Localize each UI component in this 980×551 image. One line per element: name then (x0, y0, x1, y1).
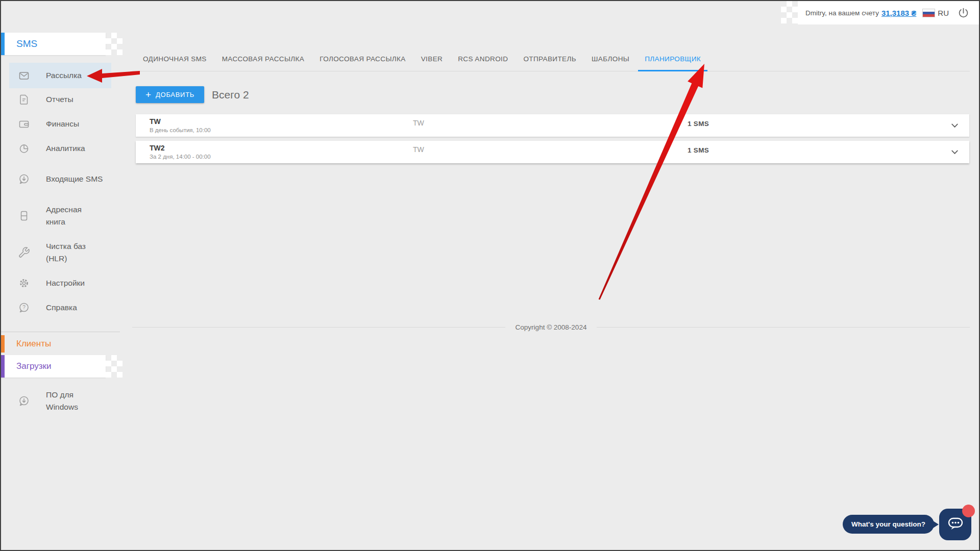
campaign-volume: 1 SMS (688, 146, 709, 154)
sidebar-item-label: Настройки (46, 277, 85, 289)
section-accent-bar (1, 355, 5, 378)
gear-icon (18, 277, 30, 289)
sidebar-item-otchety[interactable]: Отчеты (9, 87, 111, 112)
inbox-bubble-icon (18, 173, 30, 185)
help-bubble-icon: ? (18, 302, 30, 314)
sidebar-item-vhodyashchie-sms[interactable]: Входящие SMS (9, 167, 111, 191)
logout-button[interactable] (957, 7, 970, 19)
download-bubble-icon (18, 395, 30, 407)
tab-massovaya-rassylka[interactable]: МАССОВАЯ РАССЫЛКА (214, 47, 312, 71)
campaign-title: TW2 (150, 144, 211, 152)
campaign-schedule: В день события, 10:00 (150, 127, 211, 133)
tab-shablony[interactable]: ШАБЛОНЫ (584, 47, 637, 71)
plus-icon: + (145, 90, 151, 99)
sidebar-item-label: Справка (46, 302, 77, 314)
sidebar-item-label: Загрузки (16, 361, 51, 371)
sidebar-item-finansy[interactable]: Финансы (9, 112, 111, 136)
sidebar-item-label: Адресная книга (46, 204, 103, 228)
add-button[interactable]: + ДОБАВИТЬ (136, 86, 204, 103)
chat-button[interactable] (939, 509, 971, 540)
sidebar-item-analitika[interactable]: Аналитика (9, 136, 111, 161)
balance-link[interactable]: 31,3183 ₴ (881, 9, 916, 17)
divider-line (132, 327, 505, 328)
tab-golosovaya-rassylka[interactable]: ГОЛОСОВАЯ РАССЫЛКА (312, 47, 413, 71)
sidebar-item-rassylka[interactable]: Рассылка (9, 63, 111, 88)
pixel-decoration (781, 1, 798, 23)
pixel-decoration (106, 33, 122, 55)
divider-line (597, 327, 970, 328)
sidebar-item-po-dlya-windows[interactable]: ПО для Windows (9, 388, 111, 414)
sidebar-item-spravka[interactable]: ? Справка (9, 295, 111, 320)
user-greeting: Dmitry, на вашем счету (805, 9, 879, 17)
user-panel: Dmitry, на вашем счету 31,3183 ₴ RU (798, 1, 979, 24)
scheduler-row[interactable]: TW2 За 2 дня, 14:00 - 00:00 TW 1 SMS (136, 141, 969, 163)
tab-viber[interactable]: VIBER (413, 47, 451, 71)
wallet-icon (18, 118, 30, 130)
campaign-volume: 1 SMS (688, 120, 709, 128)
power-icon (957, 7, 970, 19)
language-code: RU (938, 9, 949, 17)
sidebar: SMS Рассылка Отчеты (1, 1, 120, 550)
section-accent-bar (1, 33, 5, 55)
sidebar-item-label: Аналитика (46, 142, 85, 155)
row-titles: TW2 За 2 дня, 14:00 - 00:00 (150, 144, 211, 160)
svg-text:?: ? (22, 305, 26, 310)
sidebar-item-label: Отчеты (46, 93, 74, 106)
sidebar-item-label: Финансы (46, 118, 79, 130)
campaign-title: TW (150, 117, 211, 126)
sidebar-divider (1, 332, 120, 332)
section-title: SMS (16, 38, 37, 49)
tab-planirovshchik[interactable]: ПЛАНИРОВЩИК (637, 47, 708, 71)
flag-ru-icon (922, 9, 935, 17)
sidebar-item-chistka-baz[interactable]: Чистка баз (HLR) (9, 240, 111, 265)
report-icon (18, 93, 30, 106)
section-accent-bar (1, 335, 5, 353)
annotation-arrows (1, 1, 980, 551)
tab-odinochnaya-sms[interactable]: ОДИНОЧНАЯ SMS (135, 47, 214, 71)
sidebar-item-label: Рассылка (46, 69, 82, 82)
chevron-down-icon[interactable] (950, 121, 959, 130)
sidebar-item-zagruzki[interactable]: Загрузки (1, 355, 106, 378)
pixel-decoration (106, 355, 122, 378)
app-window: Dmitry, на вашем счету 31,3183 ₴ RU SMS (0, 0, 980, 551)
sidebar-item-label: Клиенты (16, 339, 51, 349)
total-count: Всего 2 (212, 86, 249, 103)
chevron-down-icon[interactable] (950, 148, 959, 157)
pie-chart-icon (18, 142, 30, 155)
footer: Copyright © 2008-2024 (132, 323, 970, 331)
sidebar-item-nastrojki[interactable]: Настройки (9, 271, 111, 295)
add-button-label: ДОБАВИТЬ (156, 91, 194, 98)
language-switch[interactable]: RU (922, 9, 949, 17)
chat-prompt-bubble[interactable]: What's your question? (843, 515, 934, 534)
sidebar-item-klienty[interactable]: Клиенты (1, 335, 106, 353)
tab-otpravitel[interactable]: ОТПРАВИТЕЛЬ (516, 47, 584, 71)
sidebar-item-label: Чистка баз (HLR) (46, 240, 103, 265)
tab-bar: ОДИНОЧНАЯ SMS МАССОВАЯ РАССЫЛКА ГОЛОСОВА… (132, 47, 970, 71)
campaign-sender: TW (413, 119, 424, 127)
copyright-text: Copyright © 2008-2024 (516, 323, 587, 331)
row-titles: TW В день события, 10:00 (150, 117, 211, 133)
envelope-icon (18, 69, 30, 82)
chat-prompt-text: What's your question? (851, 520, 925, 528)
notification-dot (962, 505, 975, 517)
campaign-schedule: За 2 дня, 14:00 - 00:00 (150, 154, 211, 160)
arrow-to-planirovshchik (599, 64, 704, 300)
sidebar-item-label: Входящие SMS (46, 173, 103, 185)
sidebar-section-sms: SMS (1, 33, 106, 55)
address-book-icon (18, 210, 30, 222)
wrench-icon (18, 246, 30, 259)
sidebar-item-adresnaya-kniga[interactable]: Адресная книга (9, 204, 111, 228)
tab-rcs-android[interactable]: RCS ANDROID (450, 47, 516, 71)
sidebar-item-label: ПО для Windows (46, 389, 103, 413)
campaign-sender: TW (413, 145, 424, 154)
chat-bubble-icon (946, 516, 965, 533)
scheduler-row[interactable]: TW В день события, 10:00 TW 1 SMS (136, 114, 969, 137)
